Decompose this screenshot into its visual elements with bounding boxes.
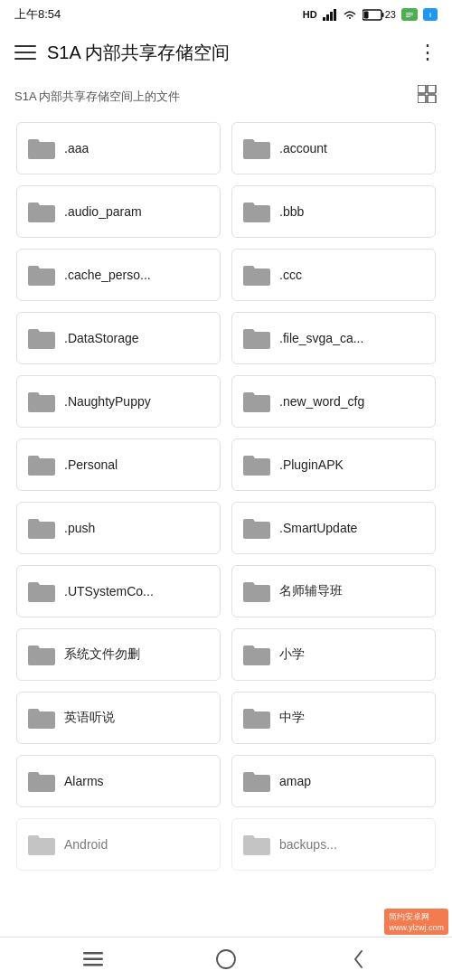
file-name: 名师辅导班 xyxy=(279,583,343,599)
file-item[interactable]: .UTSystemCo... xyxy=(16,565,221,617)
svg-rect-9 xyxy=(406,14,413,15)
file-item[interactable]: Alarms xyxy=(16,755,221,807)
file-item[interactable]: .new_word_cfg xyxy=(231,375,436,428)
file-item[interactable]: .cache_perso... xyxy=(16,249,221,301)
file-item[interactable]: .account xyxy=(231,122,436,174)
file-item[interactable]: 系统文件勿删 xyxy=(16,628,221,681)
svg-rect-13 xyxy=(418,85,426,93)
folder-icon xyxy=(243,454,270,476)
svg-point-20 xyxy=(217,950,235,968)
folder-icon xyxy=(28,580,55,602)
svg-rect-10 xyxy=(406,16,410,17)
file-name: .account xyxy=(279,141,327,155)
file-item[interactable]: 小学 xyxy=(231,628,436,681)
file-name: amap xyxy=(279,774,311,788)
folder-icon xyxy=(28,707,55,729)
list-view-svg xyxy=(418,85,438,103)
file-name: .push xyxy=(64,521,95,535)
file-item[interactable]: .NaughtyPuppy xyxy=(16,375,221,428)
file-name: Android xyxy=(64,837,108,852)
list-view-icon[interactable] xyxy=(418,85,438,108)
folder-icon xyxy=(243,327,270,349)
file-item[interactable]: .DataStorage xyxy=(16,312,221,364)
file-item[interactable]: .ccc xyxy=(231,249,436,301)
folder-icon xyxy=(243,707,270,729)
folder-icon xyxy=(243,834,270,855)
signal-icon xyxy=(323,8,337,21)
file-name: .bbb xyxy=(279,204,304,219)
folder-icon xyxy=(243,391,270,412)
hd-icon: HD xyxy=(303,9,317,20)
svg-rect-15 xyxy=(418,95,426,103)
file-name: backups... xyxy=(279,837,337,852)
status-bar: 上午8:54 HD 23 xyxy=(0,0,452,27)
nav-home-button[interactable] xyxy=(199,941,253,977)
file-item[interactable]: .SmartUpdate xyxy=(231,502,436,554)
folder-icon xyxy=(243,644,270,665)
file-item-partial[interactable]: Android xyxy=(16,818,221,871)
svg-rect-19 xyxy=(83,964,103,966)
file-name: .aaa xyxy=(64,141,89,155)
file-name: Alarms xyxy=(64,774,104,788)
file-name: .PluginAPK xyxy=(279,457,344,472)
folder-icon xyxy=(243,201,270,222)
nav-back-icon xyxy=(353,949,365,969)
file-item[interactable]: .file_svga_ca... xyxy=(231,312,436,364)
status-time: 上午8:54 xyxy=(14,6,61,23)
nav-menu-button[interactable] xyxy=(66,941,120,977)
file-name: 中学 xyxy=(279,710,305,726)
status-icons: HD 23 xyxy=(303,8,438,21)
folder-icon xyxy=(243,137,270,159)
svg-rect-3 xyxy=(334,9,336,21)
folder-icon xyxy=(28,137,55,159)
nav-back-button[interactable] xyxy=(332,941,386,977)
file-item[interactable]: .bbb xyxy=(231,185,436,238)
file-name: .UTSystemCo... xyxy=(64,584,154,598)
file-item[interactable]: .Personal xyxy=(16,438,221,491)
svg-rect-1 xyxy=(326,14,329,21)
file-name: 系统文件勿删 xyxy=(64,646,140,663)
folder-icon xyxy=(243,517,270,539)
folder-icon xyxy=(28,454,55,476)
menu-icon[interactable] xyxy=(14,45,36,60)
subtitle-row: S1A 内部共享存储空间上的文件 xyxy=(0,78,452,117)
svg-rect-8 xyxy=(406,13,413,14)
file-name: .audio_param xyxy=(64,204,142,219)
svg-rect-16 xyxy=(428,95,436,103)
notification-dot-blue: i xyxy=(423,8,438,21)
file-item[interactable]: 英语听说 xyxy=(16,692,221,744)
svg-rect-6 xyxy=(363,11,368,18)
subtitle-text: S1A 内部共享存储空间上的文件 xyxy=(14,89,180,105)
file-item[interactable]: .push xyxy=(16,502,221,554)
file-item[interactable]: .PluginAPK xyxy=(231,438,436,491)
file-name: .NaughtyPuppy xyxy=(64,394,151,409)
svg-rect-2 xyxy=(330,12,333,21)
svg-rect-17 xyxy=(83,952,103,955)
file-name: .file_svga_ca... xyxy=(279,331,363,345)
file-item-partial[interactable]: backups... xyxy=(231,818,436,871)
file-item[interactable]: amap xyxy=(231,755,436,807)
folder-icon xyxy=(28,517,55,539)
file-item[interactable]: .aaa xyxy=(16,122,221,174)
file-item[interactable]: 名师辅导班 xyxy=(231,565,436,617)
folder-icon xyxy=(28,834,55,855)
svg-rect-14 xyxy=(428,85,436,93)
file-grid: .aaa .account .audio_param .bbb .cache_p… xyxy=(0,117,452,813)
file-item[interactable]: 中学 xyxy=(231,692,436,744)
battery-level: 23 xyxy=(385,9,396,20)
file-name: .DataStorage xyxy=(64,331,139,345)
svg-rect-0 xyxy=(323,17,325,21)
folder-icon xyxy=(28,264,55,286)
file-name: .SmartUpdate xyxy=(279,521,357,535)
file-name: .Personal xyxy=(64,457,118,472)
folder-icon xyxy=(28,644,55,665)
folder-icon xyxy=(28,770,55,792)
more-icon[interactable]: ⋮ xyxy=(418,42,438,62)
folder-icon xyxy=(243,264,270,286)
file-item[interactable]: .audio_param xyxy=(16,185,221,238)
app-title: S1A 内部共享存储空间 xyxy=(47,41,407,65)
file-name: 小学 xyxy=(279,646,305,663)
svg-text:i: i xyxy=(429,12,431,18)
watermark: 简约安卓网www.ylzwj.com xyxy=(384,909,448,935)
notification-dot-green xyxy=(401,8,418,21)
